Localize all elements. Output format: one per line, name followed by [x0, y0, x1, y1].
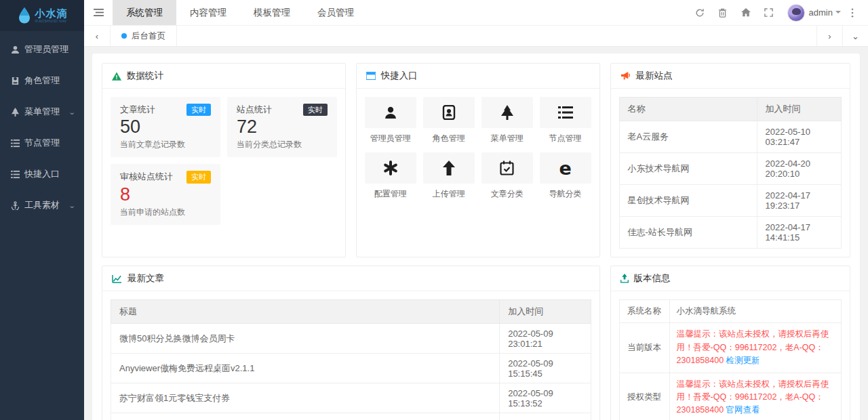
official-site-link[interactable]: 官网查看: [726, 405, 760, 415]
panel-data-stats: 数据统计 文章统计 实时 50 当前文章总记录数: [102, 63, 346, 257]
user-menu[interactable]: admin: [809, 7, 841, 18]
fullscreen-icon[interactable]: [757, 0, 781, 26]
stat-title: 审核站点统计: [120, 171, 173, 183]
check-update-link[interactable]: 检测更新: [726, 356, 760, 365]
refresh-icon[interactable]: [688, 0, 711, 26]
quick-entry-admins[interactable]: 管理员管理: [365, 97, 416, 144]
app-logo[interactable]: 小水滴 XIAOSHUIDI NAV: [0, 0, 84, 31]
quick-entry-config[interactable]: 配置管理: [365, 152, 416, 200]
table-row[interactable]: 佳志-站长导航网 2022-04-17 14:41:15: [619, 217, 841, 249]
top-nav-tabs: 系统管理 内容管理 模板管理 会员管理: [113, 0, 368, 25]
article-title: 苏宁财富领1元零钱宝支付券: [111, 383, 500, 413]
more-options-icon[interactable]: [841, 0, 864, 26]
home-icon[interactable]: [734, 0, 757, 26]
quick-entry-label: 导航分类: [540, 188, 591, 200]
realtime-badge: 实时: [186, 104, 211, 116]
sidebar-item-label: 工具素材: [24, 199, 69, 211]
table-row[interactable]: 星创技术导航网 2022-04-17 19:23:17: [619, 185, 841, 217]
site-join-time: 2022-04-20 20:20:10: [757, 153, 841, 185]
article-join-time: 2022-05-09 15:15:45: [500, 354, 591, 383]
version-info-table: 系统名称 小水滴导航系统 当前版本 温馨提示：该站点未授权，请授权后再使用！吾爱…: [619, 299, 842, 420]
stat-card-sites[interactable]: 站点统计 实时 72 当前分类总记录数: [227, 97, 337, 157]
sidebar-item-nodes[interactable]: 节点管理: [0, 127, 84, 159]
realtime-badge: 实时: [303, 104, 328, 116]
tab-scroll-right-icon[interactable]: ›: [816, 26, 842, 46]
site-name: 老A云服务: [619, 121, 757, 153]
tab-home-label: 后台首页: [132, 30, 165, 42]
tree-icon: [500, 105, 515, 120]
table-row[interactable]: Anyviewer傲梅免费远程桌面v2.1.1 2022-05-09 15:15…: [111, 354, 591, 383]
tab-scroll-left-icon[interactable]: ‹: [84, 26, 110, 46]
top-actions: admin: [688, 0, 868, 25]
chevron-down-icon: ⌄: [68, 108, 75, 116]
panel-title: 最新站点: [636, 70, 673, 82]
collapse-menu-icon[interactable]: [84, 0, 113, 25]
sidebar-item-label: 菜单管理: [24, 106, 69, 118]
calendar-check-icon: [500, 161, 514, 175]
quick-entry-roles[interactable]: 角色管理: [423, 97, 475, 144]
stat-card-articles[interactable]: 文章统计 实时 50 当前文章总记录数: [111, 97, 220, 157]
line-chart-icon: [112, 274, 122, 283]
latest-articles-table: 标题 加入时间 微博50积分兑换微博会员周卡 2022-05-09 23:01:…: [111, 299, 591, 420]
megaphone-icon: [620, 71, 631, 81]
list-icon: [558, 106, 573, 119]
list-icon: [11, 139, 24, 148]
table-row[interactable]: 老A云服务 2022-05-10 03:21:47: [619, 121, 841, 153]
site-join-time: 2022-05-10 03:21:47: [757, 121, 841, 153]
sidebar-item-label: 节点管理: [24, 137, 75, 149]
stat-card-pending-sites[interactable]: 审核站点统计 实时 8 当前申请的站点数: [111, 164, 220, 224]
asterisk-icon: [383, 161, 398, 175]
quick-entry-menus[interactable]: 菜单管理: [481, 97, 533, 144]
sidebar: 小水滴 XIAOSHUIDI NAV 管理员管理 角色管理 菜单管理 ⌄ 节点管…: [0, 0, 84, 420]
nav-tab-member[interactable]: 会员管理: [304, 0, 368, 25]
article-join-time: 2022-05-09 15:13:52: [500, 383, 591, 413]
table-row: 授权类型 温馨提示：该站点未授权，请授权后再使用！吾爱-QQ：996117202…: [619, 373, 841, 420]
quick-entry-label: 管理员管理: [365, 133, 416, 144]
column-header: 加入时间: [757, 98, 841, 121]
tab-home[interactable]: 后台首页: [110, 26, 177, 46]
tree-icon: [11, 108, 24, 117]
quick-entry-article-category[interactable]: 文章分类: [481, 152, 533, 200]
clear-cache-icon[interactable]: [711, 0, 734, 26]
panel-title: 快捷入口: [381, 70, 418, 82]
nav-tab-content[interactable]: 内容管理: [176, 0, 240, 25]
top-navbar: 系统管理 内容管理 模板管理 会员管理: [84, 0, 868, 26]
app-subtitle: XIAOSHUIDI NAV: [35, 20, 68, 23]
quick-entry-nav-category[interactable]: e 导航分类: [540, 152, 591, 200]
nav-tab-system[interactable]: 系统管理: [113, 0, 176, 25]
tab-menu-icon[interactable]: ⌄: [842, 26, 868, 46]
content-card: 数据统计 文章统计 实时 50 当前文章总记录数: [92, 54, 860, 420]
stat-value: 72: [237, 117, 328, 138]
sidebar-item-tools[interactable]: 工具素材 ⌄: [0, 190, 84, 221]
site-join-time: 2022-04-17 19:23:17: [757, 185, 841, 217]
article-title: Anyviewer傲梅免费远程桌面v2.1.1: [111, 354, 500, 383]
realtime-badge: 实时: [186, 171, 211, 183]
table-row[interactable]: 苏宁财富领1元零钱宝支付券 2022-05-09 15:13:52: [111, 383, 591, 413]
quick-entry-upload[interactable]: 上传管理: [423, 152, 475, 200]
sidebar-item-quick-entry[interactable]: 快捷入口: [0, 159, 84, 190]
table-row[interactable]: 微博50积分兑换微博会员周卡 2022-05-09 23:01:21: [111, 324, 591, 354]
main-area: 系统管理 内容管理 模板管理 会员管理: [84, 0, 868, 420]
site-join-time: 2022-04-17 14:41:15: [757, 217, 841, 249]
stat-title: 文章统计: [120, 104, 155, 116]
table-row[interactable]: 小东技术导航网 2022-04-20 20:20:10: [619, 153, 841, 185]
stat-caption: 当前申请的站点数: [120, 207, 211, 218]
quick-entry-nodes[interactable]: 节点管理: [540, 97, 591, 144]
user-icon: [11, 45, 24, 54]
version-row-label: 系统名称: [619, 300, 669, 323]
stat-value: 8: [120, 184, 211, 205]
sidebar-item-menus[interactable]: 菜单管理 ⌄: [0, 96, 84, 127]
user-avatar[interactable]: [787, 4, 805, 22]
table-row[interactable]: 支付宝抽3元天猫红包0元撸实物 2022-05-09 15:09:24: [111, 413, 591, 420]
stat-caption: 当前分类总记录数: [237, 139, 328, 150]
chevron-down-icon: ⌄: [68, 202, 75, 209]
article-join-time: 2022-05-09 15:09:24: [500, 413, 591, 420]
sidebar-item-admins[interactable]: 管理员管理: [0, 34, 84, 65]
nav-tab-template[interactable]: 模板管理: [240, 0, 304, 25]
sidebar-item-roles[interactable]: 角色管理: [0, 65, 84, 96]
app-title: 小水滴: [35, 8, 68, 18]
edge-e-icon: e: [559, 159, 571, 177]
page-content: 数据统计 文章统计 实时 50 当前文章总记录数: [84, 47, 868, 420]
column-header: 名称: [619, 98, 757, 121]
user-icon: [383, 105, 398, 120]
